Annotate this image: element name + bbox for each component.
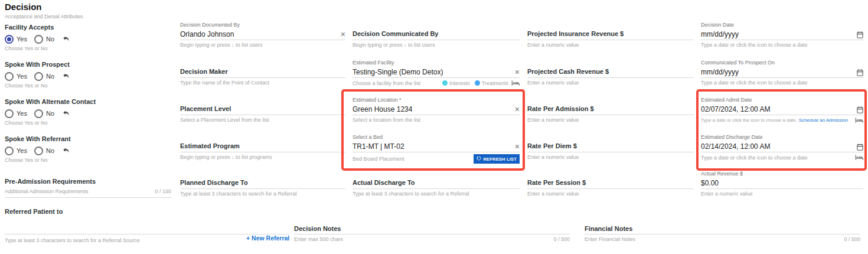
field-label: Estimated Program bbox=[180, 142, 240, 149]
calendar-icon[interactable] bbox=[857, 69, 863, 76]
field-decision-maker: Decision Maker Type the name of the Poin… bbox=[180, 59, 345, 86]
radio-yes[interactable] bbox=[5, 146, 14, 155]
calendar-icon[interactable] bbox=[857, 31, 863, 38]
field-placeholder: Enter Financial Notes bbox=[585, 236, 635, 242]
decision-communicated-by-input[interactable]: Decision Communicated By bbox=[353, 21, 520, 40]
radio-no[interactable] bbox=[34, 109, 43, 118]
field-helper: Enter a numeric value bbox=[527, 80, 694, 86]
radio-yes-label[interactable]: Yes bbox=[17, 147, 27, 154]
radio-group-spoke-with-prospect: Spoke With Prospect Yes No Choose Yes or… bbox=[5, 61, 171, 89]
placement-level-input[interactable]: Placement Level bbox=[180, 96, 345, 115]
undo-icon[interactable] bbox=[63, 148, 70, 154]
estimated-admit-date-input[interactable]: 02/07/2024, 12:00 AM bbox=[701, 104, 863, 115]
field-label: Estimated Admit Date bbox=[701, 96, 863, 104]
select-a-bed-input[interactable]: TR1-MT | MT-02 × bbox=[353, 141, 520, 152]
rate-per-session-input[interactable]: Rate Per Session $ bbox=[527, 170, 694, 189]
financial-notes-input[interactable] bbox=[585, 234, 860, 235]
field-helper: Type at least 3 characters to search for… bbox=[5, 237, 140, 244]
radio-yes-label[interactable]: Yes bbox=[17, 35, 27, 43]
schedule-admission-link[interactable]: Schedule an Admission bbox=[799, 118, 848, 123]
clear-icon[interactable]: × bbox=[515, 106, 520, 113]
radio-no-label[interactable]: No bbox=[46, 73, 54, 80]
radio-no[interactable] bbox=[34, 35, 43, 44]
field-helper: Select a Placement Level from the list bbox=[180, 117, 345, 123]
interests-label: Interests bbox=[449, 80, 470, 86]
page-subtitle: Acceptance and Denial Attributes bbox=[5, 14, 83, 19]
radio-no-label[interactable]: No bbox=[46, 35, 54, 43]
decision-maker-input[interactable]: Decision Maker bbox=[180, 59, 345, 78]
estimated-discharge-date-input[interactable]: 02/14/2024, 12:00 AM bbox=[701, 141, 863, 152]
field-planned-discharge-to: Planned Discharge To Type at least 3 cha… bbox=[180, 170, 345, 197]
char-counter: 0 / 500 bbox=[844, 236, 860, 242]
radio-yes-label[interactable]: Yes bbox=[17, 73, 27, 80]
field-label: Decision Maker bbox=[180, 68, 228, 75]
field-actual-discharge-to: Actual Discharge To Type at least 3 char… bbox=[353, 170, 520, 197]
field-value: Testing-Single (Demo Detox) bbox=[353, 68, 443, 76]
clear-icon[interactable]: × bbox=[341, 31, 345, 38]
bed-icon[interactable] bbox=[855, 117, 863, 123]
field-decision-date: Decision Date mm/dd/yyyy Type a date or … bbox=[701, 21, 863, 48]
radio-no[interactable] bbox=[34, 72, 43, 81]
field-helper: Type a date or click the icon to choose … bbox=[701, 80, 863, 86]
char-counter: 0 / 150 bbox=[155, 188, 171, 194]
actual-revenue-input[interactable]: $0.00 bbox=[701, 178, 863, 189]
field-label: Estimated Location * bbox=[353, 96, 520, 104]
calendar-icon[interactable] bbox=[857, 144, 863, 151]
radio-options: Yes No bbox=[5, 146, 171, 155]
radio-group-facility-accepts: Facility Accepts Yes No Choose Yes or No bbox=[5, 24, 171, 52]
field-helper: Type a date or click the icon to choose … bbox=[701, 42, 863, 48]
page-title: Decision bbox=[5, 2, 42, 12]
bed-icon[interactable] bbox=[855, 154, 863, 161]
estimated-location-input[interactable]: Green House 1234 × bbox=[353, 104, 520, 115]
undo-icon[interactable] bbox=[63, 110, 70, 116]
clear-icon[interactable]: × bbox=[515, 69, 520, 76]
field-label: Rate Per Diem $ bbox=[527, 142, 577, 149]
clear-icon[interactable]: × bbox=[515, 143, 520, 151]
field-rate-per-diem: Rate Per Diem $ Enter a numeric value bbox=[527, 133, 694, 161]
refresh-list-button[interactable]: REFRESH LIST bbox=[474, 154, 520, 164]
pre-admission-input[interactable]: Additional Admission Requirements 0 / 15… bbox=[5, 188, 171, 198]
field-helper: Select a location from the list bbox=[353, 117, 520, 123]
planned-discharge-to-input[interactable]: Planned Discharge To bbox=[180, 170, 345, 189]
bed-icon[interactable] bbox=[511, 80, 520, 86]
radio-yes[interactable] bbox=[5, 109, 14, 118]
field-label: Decision Documented By bbox=[180, 21, 345, 29]
field-helper: Choose Yes or No bbox=[5, 45, 171, 52]
rate-per-diem-input[interactable]: Rate Per Diem $ bbox=[527, 133, 694, 152]
projected-cash-revenue-input[interactable]: Projected Cash Revenue $ bbox=[527, 59, 694, 78]
undo-icon[interactable] bbox=[63, 73, 70, 79]
calendar-icon[interactable] bbox=[857, 106, 863, 113]
radio-no-label[interactable]: No bbox=[46, 110, 54, 117]
decision-notes-input[interactable] bbox=[294, 234, 570, 235]
projected-insurance-revenue-input[interactable]: Projected Insurance Revenue $ bbox=[527, 21, 694, 40]
field-helper: Choose Yes or No bbox=[5, 83, 171, 89]
radio-options: Yes No bbox=[5, 71, 171, 81]
radio-yes[interactable] bbox=[5, 35, 14, 44]
field-helper: Type at least 3 characters to search for… bbox=[180, 191, 345, 197]
field-value: 02/07/2024, 12:00 AM bbox=[701, 105, 770, 113]
field-value: mm/dd/yyyy bbox=[701, 68, 739, 76]
decision-documented-by-input[interactable]: Orlando Johnson × bbox=[180, 29, 345, 40]
field-label: Pre-Admission Requirements bbox=[5, 178, 171, 185]
new-referral-link[interactable]: + New Referral bbox=[246, 235, 289, 242]
decision-date-input[interactable]: mm/dd/yyyy bbox=[701, 29, 863, 40]
field-value: Orlando Johnson bbox=[180, 30, 234, 38]
estimated-facility-input[interactable]: Testing-Single (Demo Detox) × bbox=[353, 67, 520, 78]
field-projected-cash-revenue: Projected Cash Revenue $ Enter a numeric… bbox=[527, 59, 694, 86]
field-label: Select a Bed bbox=[353, 133, 520, 141]
field-label: Actual Revenue $ bbox=[701, 170, 863, 178]
field-placement-level: Placement Level Select a Placement Level… bbox=[180, 96, 345, 123]
undo-icon[interactable] bbox=[63, 36, 70, 42]
field-label: Spoke With Referrant bbox=[5, 135, 171, 142]
field-label: Facility Accepts bbox=[5, 24, 171, 31]
field-decision-communicated-by: Decision Communicated By Begin typing or… bbox=[353, 21, 520, 48]
radio-yes[interactable] bbox=[5, 72, 14, 81]
field-label: Estimated Discharge Date bbox=[701, 133, 863, 141]
communicated-to-prospect-on-input[interactable]: mm/dd/yyyy bbox=[701, 67, 863, 78]
actual-discharge-to-input[interactable]: Actual Discharge To bbox=[353, 170, 520, 189]
rate-per-admission-input[interactable]: Rate Per Admission $ bbox=[527, 96, 694, 115]
estimated-program-input[interactable]: Estimated Program bbox=[180, 133, 345, 152]
radio-no-label[interactable]: No bbox=[46, 147, 54, 154]
radio-no[interactable] bbox=[34, 146, 43, 155]
radio-yes-label[interactable]: Yes bbox=[17, 110, 27, 117]
